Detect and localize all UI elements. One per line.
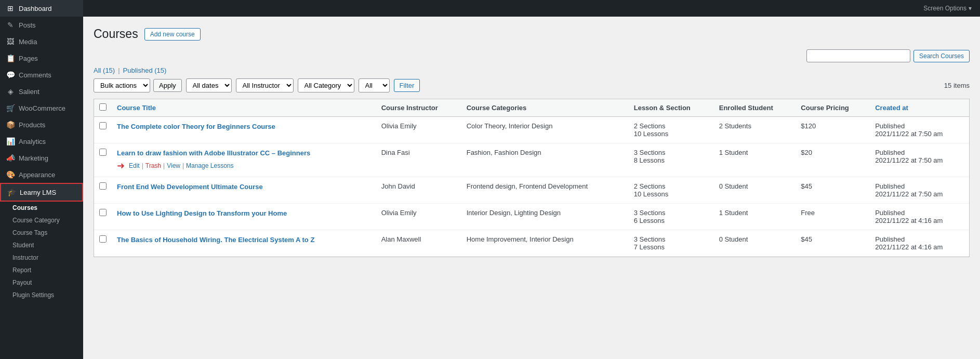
table-row: Front End Web Development Ultimate Cours… [94, 177, 969, 204]
enrolled-student-cell: 1 Student [714, 143, 796, 177]
select-all-checkbox[interactable] [99, 103, 107, 111]
created-at-cell: Published2021/11/22 at 4:16 am [870, 204, 969, 230]
sidebar-sub-item-payout[interactable]: Payout [0, 276, 83, 289]
add-new-course-button[interactable]: Add new course [144, 28, 201, 41]
publish-date: 2021/11/22 at 7:50 am [875, 190, 943, 198]
courses-table: Course Title Course Instructor Course Ca… [94, 99, 969, 257]
instructor-filter[interactable]: All Instructor [236, 78, 294, 92]
publish-date: 2021/11/22 at 7:50 am [875, 156, 943, 164]
course-categories-cell: Frontend design, Frontend Development [461, 177, 629, 204]
search-courses-button[interactable]: Search Courses [913, 50, 970, 62]
bulk-actions-select[interactable]: Bulk actions [94, 78, 150, 92]
row-checkbox[interactable] [99, 122, 107, 129]
table-row: Learn to draw fashion with Adobe Illustr… [94, 143, 969, 177]
sidebar-item-appearance[interactable]: 🎨 Appearance [0, 166, 83, 183]
course-pricing-cell: $20 [796, 143, 870, 177]
sidebar-item-label: Analytics [19, 138, 46, 145]
publish-date: 2021/11/22 at 4:16 am [875, 217, 943, 224]
col-enrolled: Enrolled Student [714, 99, 796, 117]
lesson-section-cell: 2 Sections10 Lessons [629, 117, 714, 143]
filter-button[interactable]: Filter [394, 79, 420, 92]
report-label: Report [12, 267, 31, 274]
course-pricing-cell: $120 [796, 117, 870, 143]
pages-icon: 📋 [6, 54, 15, 62]
dates-filter[interactable]: All dates [186, 78, 232, 92]
sidebar-sub-item-plugin-settings[interactable]: Plugin Settings [0, 289, 83, 301]
products-icon: 📦 [6, 121, 15, 129]
row-checkbox[interactable] [99, 182, 107, 190]
course-title-cell: Learn to draw fashion with Adobe Illustr… [112, 143, 376, 177]
sidebar-item-pages[interactable]: 📋 Pages [0, 50, 83, 67]
course-categories-cell: Color Theory, Interior Design [461, 117, 629, 143]
sidebar-sub-item-report[interactable]: Report [0, 264, 83, 276]
search-input[interactable] [806, 49, 910, 62]
sidebar-item-media[interactable]: 🖼 Media [0, 33, 83, 50]
sidebar-item-label: Appearance [19, 171, 55, 179]
sidebar-sub-item-courses[interactable]: Courses [0, 202, 83, 214]
salient-icon: ◈ [6, 87, 15, 96]
sidebar-item-marketing[interactable]: 📣 Marketing [0, 150, 83, 166]
col-categories: Course Categories [461, 99, 629, 117]
course-title-link[interactable]: The Basics of Household Wiring. The Elec… [117, 236, 314, 244]
sidebar-item-woocommerce[interactable]: 🛒 WooCommerce [0, 100, 83, 116]
course-title-link[interactable]: Learn to draw fashion with Adobe Illustr… [117, 149, 310, 157]
bulk-actions-wrap: Bulk actions Apply [94, 78, 182, 92]
page-title: Courses [94, 27, 138, 41]
marketing-icon: 📣 [6, 154, 15, 162]
publish-status: Published [875, 235, 905, 243]
sidebar-item-products[interactable]: 📦 Products [0, 116, 83, 133]
sidebar-item-dashboard[interactable]: ⊞ Dashboard [0, 0, 83, 17]
course-category-label: Course Category [12, 217, 60, 224]
lessons-count: 6 Lessons [634, 217, 665, 224]
sidebar-item-learny-lms[interactable]: 🎓 Learny LMS [0, 183, 83, 202]
sidebar: ⊞ Dashboard ✎ Posts 🖼 Media 📋 Pages 💬 Co… [0, 0, 83, 359]
view-action[interactable]: View [167, 162, 180, 169]
course-title-link[interactable]: How to Use Lighting Design to Transform … [117, 209, 287, 217]
table-row: How to Use Lighting Design to Transform … [94, 204, 969, 230]
status-link-all[interactable]: All (15) [94, 67, 115, 74]
row-checkbox[interactable] [99, 235, 107, 243]
sidebar-item-salient[interactable]: ◈ Salient [0, 83, 83, 100]
sections-count: 3 Sections [634, 209, 666, 217]
sidebar-item-analytics[interactable]: 📊 Analytics [0, 133, 83, 150]
course-title-link[interactable]: Front End Web Development Ultimate Cours… [117, 183, 263, 191]
row-actions: ➜ Edit | Trash | View | Manage Lessons [117, 160, 371, 171]
screen-options-button[interactable]: Screen Options ▾ [923, 5, 972, 12]
col-created[interactable]: Created at [870, 99, 969, 117]
woocommerce-icon: 🛒 [6, 104, 15, 112]
col-title[interactable]: Course Title [112, 99, 376, 117]
course-tags-label: Course Tags [12, 229, 47, 236]
row-checkbox[interactable] [99, 209, 107, 216]
sidebar-item-posts[interactable]: ✎ Posts [0, 17, 83, 33]
trash-action[interactable]: Trash [145, 162, 161, 169]
all-filter[interactable]: All [359, 78, 390, 92]
publish-date: 2021/11/22 at 4:16 am [875, 243, 943, 251]
row-checkbox-cell [94, 230, 112, 257]
sidebar-item-label: Learny LMS [20, 189, 56, 196]
status-link-published[interactable]: Published (15) [123, 67, 167, 74]
sidebar-item-label: Marketing [19, 154, 48, 162]
publish-status: Published [875, 149, 905, 156]
row-checkbox[interactable] [99, 149, 107, 156]
status-links: All (15) | Published (15) [94, 67, 970, 74]
edit-action[interactable]: Edit [129, 162, 140, 169]
created-at-cell: Published2021/11/22 at 7:50 am [870, 117, 969, 143]
lesson-section-cell: 3 Sections6 Lessons [629, 204, 714, 230]
sidebar-sub-item-instructor[interactable]: Instructor [0, 251, 83, 264]
sections-count: 3 Sections [634, 235, 666, 243]
category-filter[interactable]: All Category [298, 78, 354, 92]
apply-button[interactable]: Apply [153, 79, 182, 92]
sidebar-sub-item-course-tags[interactable]: Course Tags [0, 227, 83, 239]
sidebar-item-comments[interactable]: 💬 Comments [0, 67, 83, 83]
plugin-settings-label: Plugin Settings [12, 291, 54, 299]
posts-icon: ✎ [6, 21, 15, 29]
course-title-link[interactable]: The Complete color Theory for Beginners … [117, 123, 275, 130]
sidebar-sub-item-course-category[interactable]: Course Category [0, 214, 83, 227]
sidebar-sub-item-student[interactable]: Student [0, 239, 83, 251]
manage-lessons-action[interactable]: Manage Lessons [186, 162, 233, 169]
lesson-section-cell: 3 Sections7 Lessons [629, 230, 714, 257]
sidebar-item-label: Pages [19, 55, 38, 62]
course-categories-cell: Home Improvement, Interior Design [461, 230, 629, 257]
enrolled-student-cell: 2 Students [714, 117, 796, 143]
row-checkbox-cell [94, 117, 112, 143]
